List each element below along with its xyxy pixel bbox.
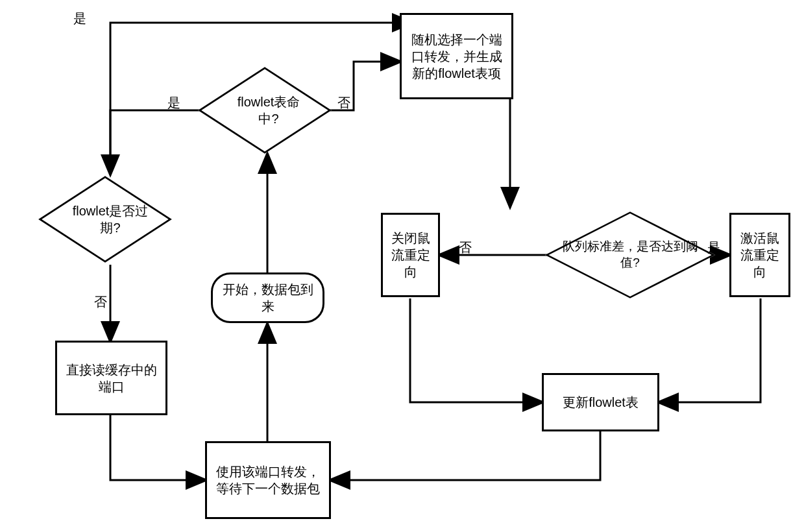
flowlet-expired-decision: flowlet是否过 期?	[60, 174, 161, 265]
yes-label-3: 是	[707, 239, 720, 256]
update-table-node: 更新flowlet表	[542, 373, 659, 431]
no-label-3: 否	[459, 239, 472, 256]
read-cache-node: 直接读缓存中的端口	[55, 341, 167, 415]
yes-label-2: 是	[167, 94, 180, 112]
random-port-node: 随机选择一个端口转发，并生成新的flowlet表项	[400, 13, 513, 99]
close-redirect-node: 关闭鼠流重定向	[381, 213, 440, 297]
close-redirect-text: 关闭鼠流重定向	[388, 230, 433, 280]
queue-std-decision: 队列标准差，是否达到阈值?	[559, 206, 701, 304]
flowlet-hit-decision: flowlet表命 中?	[219, 65, 318, 156]
random-port-text: 随机选择一个端口转发，并生成新的flowlet表项	[407, 31, 506, 82]
flowlet-expired-text: flowlet是否过 期?	[73, 202, 149, 236]
start-label: 开始，数据包到来	[218, 281, 317, 315]
update-table-text: 更新flowlet表	[563, 394, 639, 411]
activate-redirect-text: 激活鼠流重定向	[737, 230, 783, 280]
read-cache-text: 直接读缓存中的端口	[62, 361, 160, 395]
activate-redirect-node: 激活鼠流重定向	[729, 213, 790, 297]
start-node: 开始，数据包到来	[211, 272, 324, 323]
no-label-1: 否	[337, 94, 350, 112]
no-label-2: 否	[94, 293, 107, 311]
use-port-node: 使用该端口转发，等待下一个数据包	[205, 441, 331, 519]
use-port-text: 使用该端口转发，等待下一个数据包	[212, 463, 324, 497]
queue-std-text: 队列标准差，是否达到阈值?	[559, 239, 701, 271]
flowlet-hit-text: flowlet表命 中?	[238, 93, 300, 127]
yes-label-1: 是	[73, 10, 86, 27]
